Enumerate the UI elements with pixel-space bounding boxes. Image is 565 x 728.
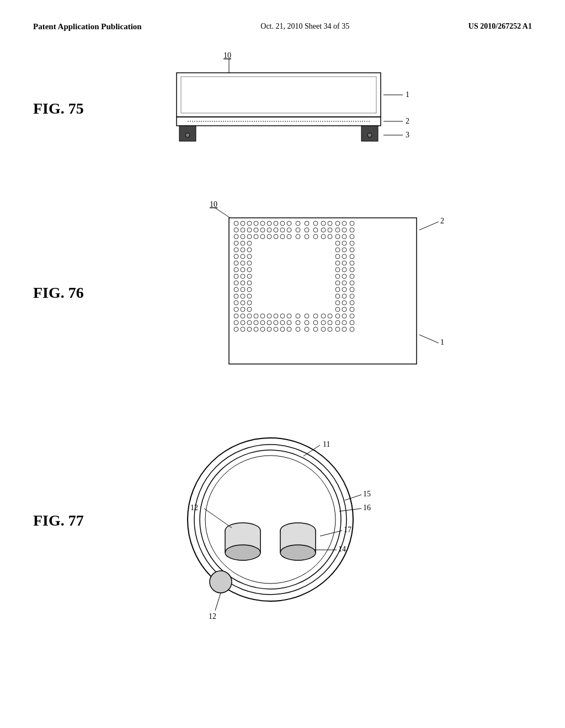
header-left: Patent Application Publication <box>33 22 142 31</box>
svg-point-159 <box>247 320 252 325</box>
svg-point-101 <box>335 267 340 272</box>
svg-text:14: 14 <box>338 545 346 553</box>
svg-point-108 <box>342 274 347 279</box>
fig75-label: FIG. 75 <box>33 100 84 117</box>
svg-point-205 <box>210 571 232 593</box>
svg-point-66 <box>296 234 300 239</box>
svg-point-64 <box>280 234 285 239</box>
fig76-circles <box>231 218 419 365</box>
svg-point-65 <box>287 234 291 239</box>
svg-point-171 <box>335 320 340 325</box>
svg-point-61 <box>260 234 265 239</box>
fig75-drawing: 10 1 <box>121 48 463 169</box>
svg-rect-2 <box>177 73 381 117</box>
svg-point-137 <box>335 307 340 312</box>
svg-point-39 <box>350 221 354 226</box>
svg-point-31 <box>287 221 291 226</box>
svg-line-19 <box>419 222 439 230</box>
svg-text:12: 12 <box>190 504 198 512</box>
svg-point-145 <box>267 314 271 318</box>
svg-point-54 <box>335 228 340 232</box>
svg-point-110 <box>234 281 238 285</box>
svg-point-56 <box>350 228 354 232</box>
svg-point-146 <box>274 314 278 318</box>
svg-point-25 <box>247 221 252 226</box>
svg-point-86 <box>234 254 238 259</box>
svg-point-173 <box>350 320 354 325</box>
svg-line-206 <box>303 445 320 456</box>
svg-point-149 <box>296 314 300 318</box>
svg-point-129 <box>241 301 245 305</box>
svg-point-37 <box>335 221 340 226</box>
patent-page: Patent Application Publication Oct. 21, … <box>0 0 565 728</box>
svg-point-113 <box>335 281 340 285</box>
svg-point-120 <box>342 287 347 292</box>
svg-point-94 <box>247 261 252 265</box>
svg-text:2: 2 <box>406 117 409 125</box>
svg-point-58 <box>241 234 245 239</box>
svg-point-80 <box>234 248 238 252</box>
svg-point-182 <box>287 327 291 331</box>
svg-point-70 <box>328 234 332 239</box>
svg-point-186 <box>321 327 326 331</box>
svg-point-48 <box>287 228 291 232</box>
svg-point-46 <box>274 228 278 232</box>
svg-point-55 <box>342 228 347 232</box>
fig77-section: FIG. 77 <box>33 417 532 627</box>
svg-point-164 <box>280 320 285 325</box>
svg-point-154 <box>335 314 340 318</box>
svg-text:1: 1 <box>440 338 444 346</box>
svg-line-210 <box>339 508 361 511</box>
header-right: US 2010/267252 A1 <box>468 22 532 31</box>
svg-point-9 <box>367 133 372 137</box>
svg-point-34 <box>313 221 318 226</box>
svg-point-169 <box>321 320 326 325</box>
svg-point-67 <box>305 234 309 239</box>
svg-line-218 <box>215 593 221 611</box>
svg-point-166 <box>296 320 300 325</box>
svg-text:3: 3 <box>406 131 409 139</box>
svg-point-160 <box>254 320 258 325</box>
svg-point-88 <box>247 254 252 259</box>
svg-point-121 <box>350 287 354 292</box>
svg-point-178 <box>260 327 265 331</box>
fig75-section: FIG. 75 10 <box>33 48 532 169</box>
svg-point-114 <box>342 281 347 285</box>
svg-point-8 <box>185 133 190 137</box>
svg-point-109 <box>350 274 354 279</box>
svg-text:12: 12 <box>209 612 216 620</box>
svg-point-135 <box>241 307 245 312</box>
svg-point-172 <box>342 320 347 325</box>
svg-point-26 <box>254 221 258 226</box>
svg-point-47 <box>280 228 285 232</box>
fig76-label: FIG. 76 <box>33 284 84 302</box>
svg-point-162 <box>267 320 271 325</box>
svg-point-44 <box>260 228 265 232</box>
svg-point-111 <box>241 281 245 285</box>
svg-point-95 <box>335 261 340 265</box>
svg-point-130 <box>247 301 252 305</box>
svg-point-63 <box>274 234 278 239</box>
svg-point-181 <box>280 327 285 331</box>
svg-point-30 <box>280 221 285 226</box>
svg-point-176 <box>247 327 252 331</box>
svg-point-81 <box>241 248 245 252</box>
svg-line-208 <box>345 495 361 500</box>
svg-point-123 <box>241 294 245 298</box>
svg-point-98 <box>234 267 238 272</box>
svg-point-152 <box>321 314 326 318</box>
svg-point-29 <box>274 221 278 226</box>
svg-point-40 <box>234 228 238 232</box>
svg-point-184 <box>305 327 309 331</box>
svg-point-79 <box>350 241 354 245</box>
svg-point-190 <box>350 327 354 331</box>
svg-point-139 <box>350 307 354 312</box>
svg-point-43 <box>254 228 258 232</box>
svg-point-153 <box>328 314 332 318</box>
svg-point-33 <box>305 221 309 226</box>
svg-point-99 <box>241 267 245 272</box>
svg-point-147 <box>280 314 285 318</box>
svg-point-167 <box>305 320 309 325</box>
svg-point-27 <box>260 221 265 226</box>
svg-point-53 <box>328 228 332 232</box>
